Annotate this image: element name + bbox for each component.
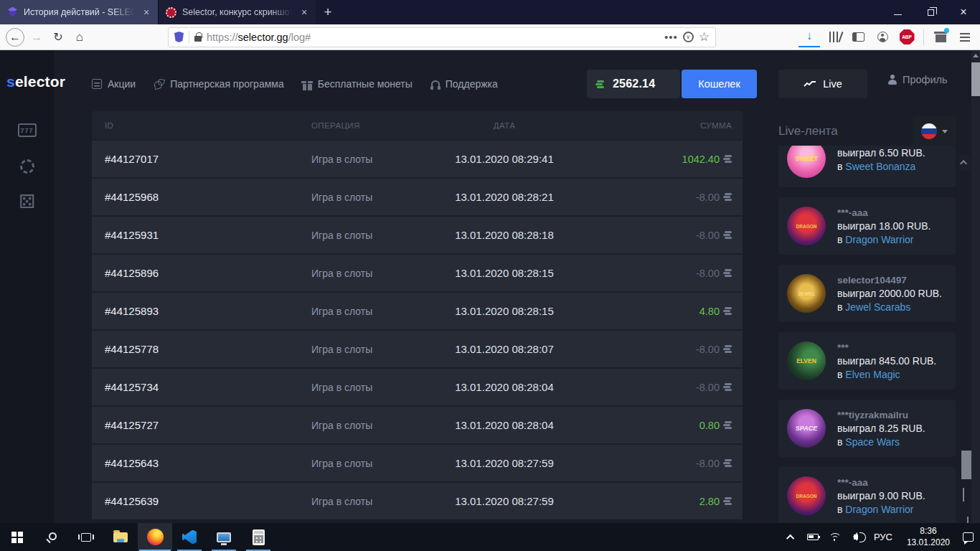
sidebar-item-slots[interactable]: 777 (0, 123, 54, 137)
lock-icon[interactable] (194, 36, 202, 42)
transaction-id: #44125931 (92, 229, 310, 241)
main-nav: Акции Партнерская программа Бесплатные м… (92, 74, 498, 94)
battery-icon[interactable] (804, 523, 822, 551)
reload-button[interactable]: ↻ (47, 27, 69, 47)
amount-cell: -8.00 (569, 382, 743, 393)
extension-gift-icon[interactable] (930, 27, 951, 47)
chip-favicon (166, 7, 176, 18)
sidebar-item-roulette[interactable] (0, 159, 54, 174)
transaction-id: #44125778 (92, 343, 310, 355)
volume-icon[interactable] (847, 523, 865, 551)
game-link[interactable]: Space Wars (845, 436, 900, 448)
hidden-icons-chevron[interactable] (782, 523, 801, 551)
calculator-taskbar-button[interactable] (241, 523, 275, 551)
table-row: #44125931 Игра в слоты 13.01.2020 08:28:… (92, 215, 743, 253)
pocket-icon[interactable]: ∨ (683, 32, 694, 42)
wifi-icon[interactable] (825, 523, 844, 551)
col-amount: СУММА (569, 121, 743, 130)
live-feed-scroll-up[interactable] (958, 154, 970, 170)
operation: Игра в слоты (310, 230, 440, 241)
operation: Игра в слоты (310, 420, 440, 431)
library-icon[interactable] (823, 27, 844, 47)
tracking-protection-icon[interactable] (174, 32, 184, 42)
page-scrollbar[interactable] (971, 50, 980, 523)
bookmark-star-icon[interactable]: ☆ (699, 29, 710, 44)
close-window-button[interactable]: × (947, 0, 980, 24)
language-indicator[interactable]: РУС (868, 532, 898, 542)
browser-titlebar: История действий - SELECTOR × Selector, … (0, 0, 980, 24)
downloads-icon[interactable]: ↓ (798, 27, 820, 47)
language-dropdown[interactable] (913, 116, 956, 147)
win-amount: выиграл 8.25 RUB. (837, 423, 925, 434)
live-feed-scroll-down[interactable] (967, 518, 969, 523)
win-amount: выиграл 2000.00 RUB. (837, 288, 942, 299)
transaction-id: #44125893 (92, 305, 310, 317)
amount-cell: -8.00 (569, 192, 743, 203)
coins-icon (725, 345, 732, 347)
start-button[interactable] (0, 523, 34, 551)
game-line: в Sweet Bonanza (837, 161, 925, 172)
clock[interactable]: 8:36 13.01.2020 (901, 526, 956, 548)
roulette-icon (20, 159, 34, 174)
dragon-warrior-thumbnail: DRAGON (787, 207, 826, 245)
operation: Игра в слоты (310, 458, 440, 469)
tab-contest[interactable]: Selector, конкурс скриншотов × (158, 0, 316, 24)
game-link[interactable]: Elven Magic (845, 369, 900, 380)
live-feed-scroll-down[interactable] (963, 489, 964, 502)
menu-icon[interactable] (954, 27, 976, 47)
game-link[interactable]: Jewel Scarabs (845, 301, 910, 313)
sidebar-toggle-icon[interactable] (847, 27, 869, 47)
transactions-table: ID ОПЕРАЦИЯ ДАТА СУММА #44127017 Игра в … (92, 111, 743, 519)
col-id: ID (92, 121, 310, 130)
search-button[interactable] (34, 523, 69, 551)
operation: Игра в слоты (310, 268, 440, 279)
account-icon[interactable] (872, 27, 893, 47)
back-button[interactable]: ← (4, 27, 26, 47)
close-tab-icon[interactable]: × (141, 6, 152, 18)
nav-item-support[interactable]: Поддержка (431, 78, 498, 90)
nav-item-promotions[interactable]: Акции (92, 78, 136, 90)
page-scrollbar-thumb[interactable] (971, 62, 980, 96)
wallet-button[interactable]: Кошелек (682, 70, 757, 98)
win-amount: выиграл 845.00 RUB. (837, 355, 936, 367)
home-button[interactable]: ⌂ (69, 27, 90, 47)
calculator-icon (253, 529, 265, 545)
free-coins-icon (303, 84, 312, 90)
game-link[interactable]: Dragon Warrior (845, 504, 913, 515)
new-tab-button[interactable]: + (316, 0, 340, 24)
selector-favicon (7, 7, 18, 18)
game-link[interactable]: Sweet Bonanza (845, 161, 915, 172)
restore-button[interactable] (914, 0, 947, 24)
operation: Игра в слоты (310, 154, 440, 165)
live-feed-item: SPACE ***tiyzrakmailru выиграл 8.25 RUB.… (778, 400, 956, 457)
adblock-plus-icon[interactable]: ABP (896, 27, 918, 47)
file-explorer-button[interactable] (103, 523, 138, 551)
vscode-taskbar-button[interactable] (172, 523, 207, 551)
live-feed-item: DRAGON ***-aaa выиграл 9.00 RUB. в Drago… (778, 467, 956, 523)
scroll-up-arrow-icon[interactable] (973, 54, 979, 57)
game-link[interactable]: Dragon Warrior (845, 234, 913, 245)
tab-history[interactable]: История действий - SELECTOR × (0, 0, 158, 24)
action-center-button[interactable] (958, 523, 977, 551)
coins-icon (725, 459, 732, 461)
window-controls: × (881, 0, 980, 24)
forward-button[interactable]: → (26, 27, 47, 47)
winner-username: ***tiyzrakmailru (837, 410, 925, 420)
url-bar[interactable]: https://selector.gg/log# ••• ∨ ☆ (168, 27, 716, 47)
live-feed-list: SWEET выиграл 6.50 RUB. в Sweet Bonanza … (778, 146, 956, 523)
sidebar-item-dice[interactable]: ⚄ (0, 192, 54, 211)
minimize-button[interactable] (881, 0, 914, 24)
remote-desktop-taskbar-button[interactable] (207, 523, 241, 551)
date: 13.01.2020 08:28:15 (440, 267, 569, 279)
amount-cell: -8.00 (569, 268, 743, 279)
firefox-taskbar-button[interactable] (138, 523, 172, 551)
task-view-button[interactable] (69, 523, 103, 551)
site-logo[interactable]: selector (6, 73, 65, 90)
nav-item-partner-program[interactable]: Партнерская программа (154, 78, 284, 90)
russia-flag-icon (921, 123, 937, 139)
nav-item-free-coins[interactable]: Бесплатные монеты (303, 78, 413, 90)
win-amount: выиграл 9.00 RUB. (837, 490, 925, 501)
close-tab-icon[interactable]: × (298, 6, 310, 18)
page-actions-icon[interactable]: ••• (664, 31, 678, 43)
monitor-icon (217, 532, 231, 542)
